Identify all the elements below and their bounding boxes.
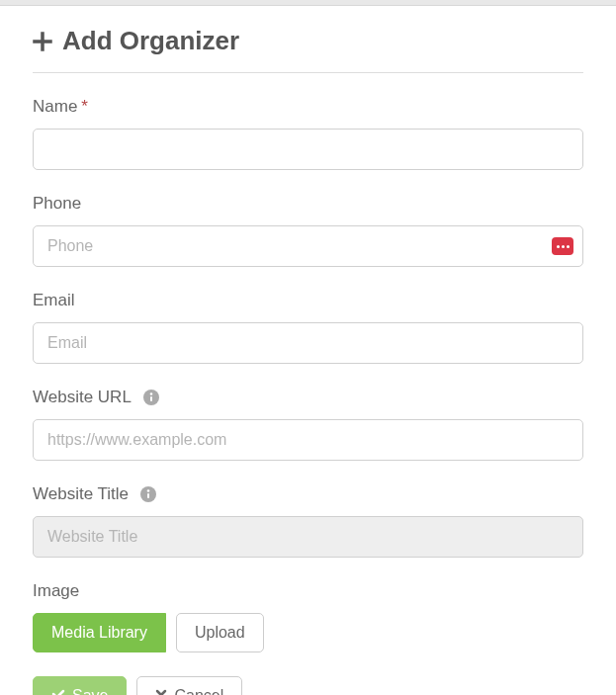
form-actions: Save Cancel	[33, 676, 583, 695]
phone-label: Phone	[33, 194, 583, 214]
svg-point-1	[150, 392, 153, 395]
name-group: Name *	[33, 97, 583, 170]
email-group: Email	[33, 291, 583, 364]
save-button-label: Save	[72, 687, 108, 695]
website-title-group: Website Title	[33, 484, 583, 558]
phone-input[interactable]	[33, 225, 583, 267]
email-input[interactable]	[33, 322, 583, 364]
check-icon	[51, 687, 65, 695]
email-label: Email	[33, 291, 583, 310]
page-header: Add Organizer	[33, 26, 583, 73]
name-label: Name *	[33, 97, 583, 117]
website-title-label: Website Title	[33, 484, 583, 504]
cancel-button-label: Cancel	[174, 687, 223, 695]
cancel-button[interactable]: Cancel	[136, 676, 242, 695]
info-icon[interactable]	[140, 486, 156, 502]
website-url-input[interactable]	[33, 419, 583, 461]
image-group: Image Media Library Upload	[33, 581, 583, 652]
upload-button[interactable]: Upload	[176, 613, 264, 652]
phone-group: Phone	[33, 194, 583, 267]
page-title: Add Organizer	[62, 26, 239, 56]
close-icon	[155, 687, 167, 695]
svg-rect-2	[150, 396, 152, 401]
media-library-button[interactable]: Media Library	[33, 613, 166, 652]
website-url-group: Website URL	[33, 388, 583, 461]
phone-label-text: Phone	[33, 194, 81, 214]
svg-point-4	[147, 489, 150, 492]
autofill-icon[interactable]	[552, 237, 573, 255]
name-label-text: Name	[33, 97, 77, 117]
image-label-text: Image	[33, 581, 79, 601]
name-input[interactable]	[33, 129, 583, 170]
image-label: Image	[33, 581, 583, 601]
website-url-label-text: Website URL	[33, 388, 132, 407]
save-button[interactable]: Save	[33, 676, 127, 695]
plus-icon	[33, 32, 52, 51]
website-title-input	[33, 516, 583, 558]
required-indicator: *	[81, 97, 88, 117]
svg-rect-5	[147, 493, 149, 498]
website-title-label-text: Website Title	[33, 484, 129, 504]
email-label-text: Email	[33, 291, 75, 310]
info-icon[interactable]	[143, 390, 159, 405]
website-url-label: Website URL	[33, 388, 583, 407]
